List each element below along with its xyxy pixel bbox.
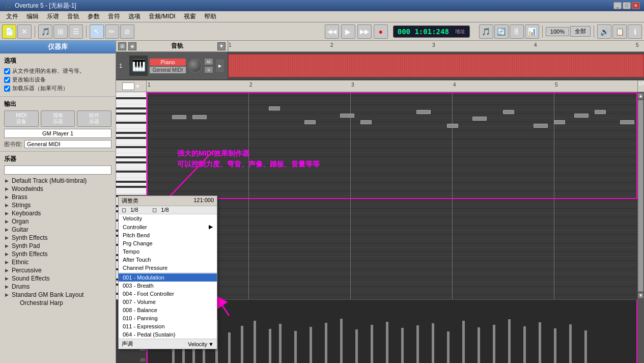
menu-help[interactable]: 帮助 xyxy=(200,11,220,22)
note-6[interactable] xyxy=(360,120,372,124)
vel-bar-20[interactable] xyxy=(432,323,434,363)
menu-params[interactable]: 参数 xyxy=(83,11,104,22)
dropdown-after-touch[interactable]: After Touch xyxy=(119,256,217,264)
track-extra-btn[interactable]: ▶ xyxy=(215,59,225,73)
instrument-brass[interactable]: ▶ Brass xyxy=(4,193,111,201)
instrument-percussive[interactable]: ▶ Percussive xyxy=(4,266,111,274)
scroll-thumb-v[interactable] xyxy=(638,100,643,292)
instrument-standard-gm[interactable]: ▶ Standard GM Bank Layout xyxy=(4,291,111,299)
vel-bar-15[interactable] xyxy=(355,329,358,363)
software-instrument-button[interactable]: 软件乐器 xyxy=(77,110,111,127)
footer-dropdown-arrow[interactable]: ▼ xyxy=(208,341,214,347)
rewind-button[interactable]: ◀◀ xyxy=(325,24,339,39)
toolbar-erase-button[interactable]: ⊘ xyxy=(120,24,134,39)
note-11[interactable] xyxy=(534,124,548,128)
vel-bar-16[interactable] xyxy=(371,325,373,363)
vel-bar-9[interactable] xyxy=(269,329,271,363)
note-9[interactable] xyxy=(472,117,487,121)
note-12[interactable] xyxy=(554,120,565,124)
loop-button[interactable]: 🔄 xyxy=(494,24,509,39)
dropdown-prg-change[interactable]: Prg Change xyxy=(119,239,217,247)
dropdown-tempo[interactable]: Tempo xyxy=(119,247,217,256)
vel-bar-17[interactable] xyxy=(386,322,388,363)
note-14[interactable] xyxy=(595,110,606,114)
vel-bar-30[interactable] xyxy=(584,330,587,363)
vel-bar-19[interactable] xyxy=(416,325,419,363)
dropdown-velocity[interactable]: Velocity xyxy=(119,214,217,222)
instrument-woodwinds[interactable]: ▶ Woodwinds xyxy=(4,185,111,193)
instrument-organ[interactable]: ▶ Organ xyxy=(4,217,111,226)
instrument-orchestral-harp[interactable]: ▶ Orchestral Harp xyxy=(4,299,111,307)
checkbox-names[interactable]: 从文件使用的名称、谱号等。 xyxy=(4,67,111,75)
toolbar-list-button[interactable]: ☰ xyxy=(69,24,83,39)
menu-options[interactable]: 选项 xyxy=(124,11,145,22)
checkbox-names-input[interactable] xyxy=(4,68,10,74)
dropdown-008-balance[interactable]: 008 - Balance xyxy=(119,306,217,314)
checkbox-output[interactable]: 更改输出设备 xyxy=(4,76,111,83)
menu-windows[interactable]: 视窗 xyxy=(180,11,200,22)
forward-button[interactable]: ▶▶ xyxy=(357,24,372,39)
note-10[interactable] xyxy=(503,110,514,114)
scroll-down-button[interactable]: ▼ xyxy=(638,293,643,298)
vel-bar-6[interactable] xyxy=(228,332,231,363)
eq-button[interactable]: 📊 xyxy=(525,24,539,39)
toolbar-extra-2[interactable]: 📋 xyxy=(612,24,627,39)
toolbar-pencil-button[interactable]: ✏ xyxy=(105,24,119,39)
menu-file[interactable]: 文件 xyxy=(2,11,22,22)
note-13[interactable] xyxy=(574,114,589,118)
vel-bar-7[interactable] xyxy=(241,326,243,363)
toolbar-music-button[interactable]: 🎵 xyxy=(38,24,52,39)
library-input[interactable] xyxy=(24,140,111,148)
instrument-synth-effects-1[interactable]: ▶ Synth Effects xyxy=(4,234,111,242)
vel-bar-13[interactable] xyxy=(325,323,327,363)
vel-bar-10[interactable] xyxy=(279,324,282,363)
instrument-sound-effects[interactable]: ▶ Sound Effects xyxy=(4,274,111,283)
dropdown-001-modulation[interactable]: 001 - Modulation xyxy=(119,273,217,282)
toolbar-info-button[interactable]: ℹ xyxy=(628,24,642,39)
track-btn-s[interactable]: S xyxy=(204,66,213,73)
minimize-button[interactable]: _ xyxy=(613,2,622,9)
vel-bar-29[interactable] xyxy=(569,324,572,363)
instrument-search[interactable] xyxy=(4,165,111,175)
vel-bar-8[interactable] xyxy=(254,321,256,363)
instrument-strings[interactable]: ▶ Strings xyxy=(4,201,111,209)
metronome-button[interactable]: 🎵 xyxy=(479,24,493,39)
controller-dropdown[interactable]: 调整类 121:000 ◻ 1/8 ◻ 1/8 Velocity Control… xyxy=(118,196,217,349)
dropdown-channel-pressure[interactable]: Channel Pressure xyxy=(119,264,217,272)
vel-bar-22[interactable] xyxy=(462,321,465,363)
midi-device-button[interactable]: MIDI设备 xyxy=(4,110,39,127)
current-instrument-button[interactable]: 现有乐器 xyxy=(41,110,75,127)
checkbox-load-input[interactable] xyxy=(4,86,10,92)
mixer-button[interactable]: 🎚 xyxy=(510,24,524,39)
track-content[interactable] xyxy=(228,52,644,79)
menu-audio-midi[interactable]: 音频/MIDI xyxy=(145,11,180,22)
track-header-icon1[interactable]: ⊞ xyxy=(118,42,126,50)
menu-score[interactable]: 乐谱 xyxy=(43,11,63,22)
maximize-button[interactable]: □ xyxy=(623,2,631,9)
track-knob[interactable] xyxy=(188,59,202,73)
scroll-up-button[interactable]: ▲ xyxy=(638,93,643,99)
toolbar-new-button[interactable]: 📄 xyxy=(2,24,16,39)
quantize-arrow-1[interactable]: ▼ xyxy=(135,83,141,89)
note-5[interactable] xyxy=(340,114,354,118)
dropdown-064-pedal[interactable]: 064 - Pedal (Sustain) xyxy=(119,330,217,339)
menu-track[interactable]: 音轨 xyxy=(63,11,83,22)
note-4[interactable] xyxy=(304,120,316,124)
vel-bar-11[interactable] xyxy=(294,331,297,363)
menu-edit[interactable]: 编辑 xyxy=(22,11,43,22)
note-15[interactable] xyxy=(620,120,634,124)
menu-notes[interactable]: 音符 xyxy=(104,11,124,22)
vel-bar-21[interactable] xyxy=(447,331,450,363)
dropdown-004-foot[interactable]: 004 - Foot Controller xyxy=(119,290,217,298)
vel-bar-23[interactable] xyxy=(478,327,480,363)
record-button[interactable]: ● xyxy=(374,24,388,39)
vel-bar-25[interactable] xyxy=(508,319,511,363)
velocity-bars[interactable] xyxy=(147,300,637,363)
vel-bar-24[interactable] xyxy=(493,325,495,363)
vel-bar-14[interactable] xyxy=(340,319,343,363)
scrollbar-vertical[interactable]: ▲ ▼ xyxy=(637,92,644,299)
play-button[interactable]: ▶ xyxy=(341,24,355,39)
toolbar-extra-1[interactable]: 🔊 xyxy=(597,24,611,39)
dropdown-003-breath[interactable]: 003 - Breath xyxy=(119,282,217,290)
toolbar-grid-button[interactable]: ⊞ xyxy=(53,24,68,39)
